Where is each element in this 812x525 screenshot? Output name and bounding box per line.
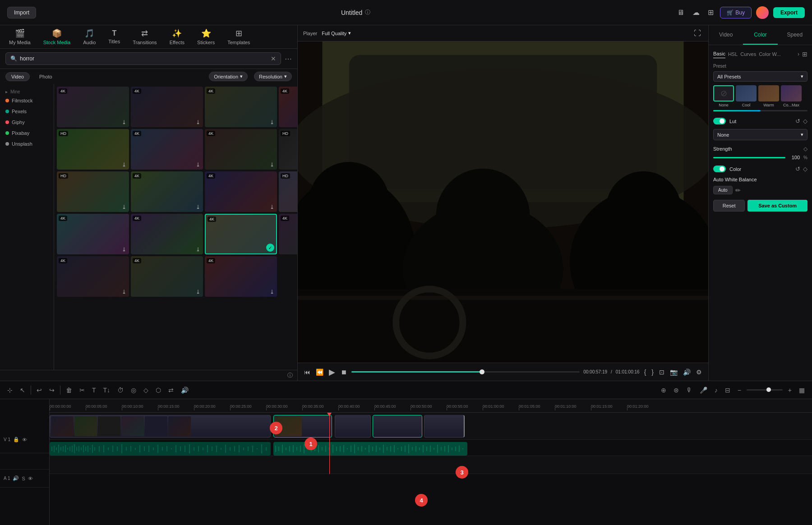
progress-bar[interactable] (351, 371, 580, 373)
lut-reset-icon[interactable]: ↺ (795, 118, 800, 124)
lut-dropdown[interactable]: None ▾ (713, 129, 807, 140)
text-tool-icon[interactable]: T (90, 386, 98, 395)
video-clip-4[interactable]: End Time 00:00:57:19 Duration 00:00:09:1… (373, 415, 422, 438)
video-clip-3[interactable] (335, 415, 371, 438)
track-visible-icon[interactable]: 👁 (22, 437, 27, 442)
preset-swatch-warm[interactable]: Warm (758, 85, 779, 107)
monitor-icon[interactable]: 🖥 (675, 7, 686, 18)
stop-button[interactable]: ⏹ (340, 368, 348, 377)
avatar[interactable] (756, 6, 769, 19)
download-icon[interactable]: ⤓ (196, 119, 200, 125)
apps-icon[interactable]: ⊞ (706, 6, 715, 18)
track-lock-icon[interactable]: 🔒 (13, 437, 19, 442)
voice-icon[interactable]: 🎤 (698, 386, 709, 395)
download-icon[interactable]: ⤓ (122, 119, 126, 125)
color-reset-icon[interactable]: ↺ (795, 166, 800, 172)
download-icon[interactable]: ⤓ (270, 289, 274, 295)
strength-track[interactable] (713, 157, 785, 158)
media-thumb[interactable]: 4K ⤓ (131, 171, 203, 212)
sub-tab-curves[interactable]: Curves (740, 50, 756, 58)
more-options-icon[interactable]: ⋯ (285, 55, 292, 63)
download-icon[interactable]: ⤓ (270, 161, 274, 168)
fullscreen-icon[interactable]: ⛶ (692, 28, 703, 39)
audio-tool-icon[interactable]: 🔊 (179, 386, 190, 395)
more-tabs-icon[interactable]: › (798, 51, 799, 57)
sub-tab-basic[interactable]: Basic (713, 50, 725, 58)
color-magic-icon[interactable]: ◇ (803, 166, 807, 172)
volume-button[interactable]: 🔊 (682, 368, 692, 377)
media-thumb[interactable]: 4K ⤓ (131, 87, 203, 127)
media-thumb-selected[interactable]: 4K ✓ (205, 214, 277, 254)
resolution-dropdown[interactable]: Resolution ▾ (254, 72, 292, 81)
preset-swatch-comax[interactable]: Co...Max (781, 85, 802, 107)
media-thumb[interactable]: HD ⤓ (57, 129, 129, 170)
preset-swatch-none[interactable]: ⊘ None (713, 85, 734, 107)
lut-toggle[interactable] (713, 118, 726, 124)
video-clip-5[interactable] (424, 415, 465, 438)
import-button[interactable]: Import (7, 7, 36, 18)
media-thumb[interactable]: 4K ⤓ (279, 214, 297, 254)
mask-icon[interactable]: ⬡ (154, 386, 163, 395)
redo-icon[interactable]: ↪ (47, 386, 56, 395)
tab-my-media[interactable]: 🎬 My Media (4, 26, 36, 48)
download-icon[interactable]: ⤓ (270, 204, 274, 210)
sidebar-item-giphy[interactable]: Giphy (0, 117, 54, 128)
all-presets-dropdown[interactable]: All Presets ▾ (713, 71, 807, 82)
sidebar-item-pexels[interactable]: Pexels (0, 106, 54, 117)
preset-swatch-cool[interactable]: Cool (736, 85, 757, 107)
right-tab-video[interactable]: Video (709, 25, 743, 45)
settings-button[interactable]: ⚙ (695, 368, 703, 377)
video-clip-1[interactable] (50, 415, 271, 438)
search-input[interactable] (20, 55, 268, 62)
download-icon[interactable]: ⤓ (122, 204, 126, 210)
download-icon[interactable]: ⤓ (196, 246, 200, 253)
sidebar-item-pixabay[interactable]: Pixabay (0, 128, 54, 138)
sidebar-item-unsplash[interactable]: Unsplash (0, 138, 54, 149)
split-icon[interactable]: ⊹ (5, 386, 14, 395)
media-thumb[interactable]: 4K ⤓ (57, 256, 129, 297)
lut-magic-icon[interactable]: ◇ (803, 118, 807, 124)
media-thumb[interactable]: 4K ⤓ (205, 87, 277, 127)
filter-video-button[interactable]: Video (5, 72, 30, 81)
search-input-wrap[interactable]: 🔍 ✕ (5, 52, 281, 65)
right-tab-speed[interactable]: Speed (778, 25, 812, 45)
media-thumb[interactable]: 4K ⤓ (131, 256, 203, 297)
media-thumb[interactable]: 4K ⤓ (57, 87, 129, 127)
loop-start-button[interactable]: { (643, 368, 647, 377)
sticker-tool-icon[interactable]: ◎ (129, 386, 138, 395)
sidebar-item-filmstock[interactable]: Filmstock (0, 95, 54, 106)
save-custom-button[interactable]: Save as Custom (747, 200, 807, 212)
subtitle-icon[interactable]: T↓ (102, 386, 112, 395)
screenshot-button[interactable]: 📷 (669, 368, 678, 377)
crop-button[interactable]: ⊡ (658, 368, 665, 377)
tab-stock-media[interactable]: 📦 Stock Media (38, 26, 76, 48)
shape-icon[interactable]: ◇ (142, 386, 150, 395)
tab-titles[interactable]: T Titles (103, 27, 125, 47)
zoom-slider[interactable] (747, 389, 783, 391)
timer-icon[interactable]: ⏱ (115, 386, 125, 395)
color-toggle[interactable] (713, 166, 726, 172)
download-icon[interactable]: ⤓ (270, 119, 274, 125)
music-icon[interactable]: ♪ (713, 386, 720, 395)
step-back-button[interactable]: ⏪ (315, 368, 324, 377)
media-thumb[interactable]: 4K ⤓ (57, 214, 129, 254)
tab-templates[interactable]: ⊞ Templates (222, 26, 255, 48)
info-icon-bottom[interactable]: ⓘ (287, 372, 293, 379)
split-tool-icon[interactable]: ⊟ (723, 386, 732, 395)
plus-zoom-icon[interactable]: + (786, 386, 794, 395)
reset-button[interactable]: Reset (713, 200, 745, 212)
tab-effects[interactable]: ✨ Effects (164, 26, 190, 48)
quality-select[interactable]: Full Quality ▾ (322, 30, 351, 36)
undo-icon[interactable]: ↩ (35, 386, 44, 395)
media-thumb[interactable]: 4K ⤓ (205, 256, 277, 297)
sub-tab-hsl[interactable]: HSL (728, 50, 738, 58)
cloud-icon[interactable]: ☁ (691, 6, 701, 18)
tab-transitions[interactable]: ⇄ Transitions (127, 26, 162, 48)
download-icon[interactable]: ⤓ (122, 289, 126, 295)
sub-tab-colorw[interactable]: Color W... (759, 50, 780, 58)
tab-audio[interactable]: 🎵 Audio (78, 26, 101, 48)
filter-photo-button[interactable]: Photo (33, 72, 58, 81)
buy-button[interactable]: 🛒 Buy (720, 7, 752, 18)
search-clear-icon[interactable]: ✕ (271, 55, 276, 62)
media-thumb[interactable]: HD ⤓ (279, 129, 297, 170)
